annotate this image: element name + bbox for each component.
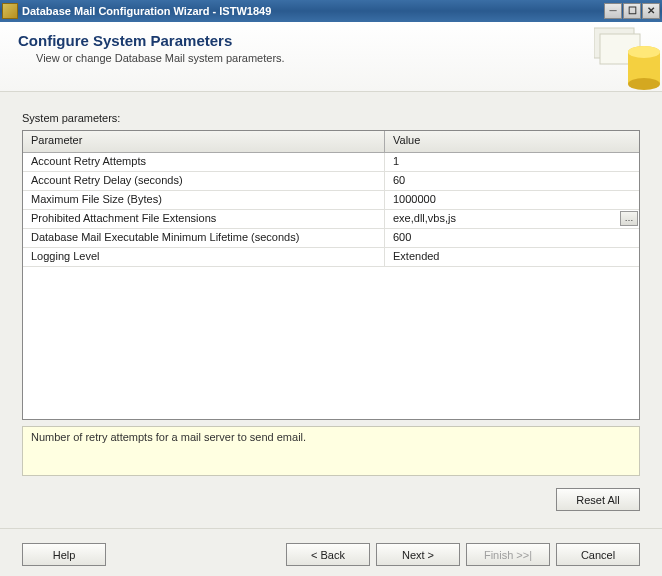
reset-all-button[interactable]: Reset All bbox=[556, 488, 640, 511]
system-parameters-label: System parameters: bbox=[22, 112, 640, 124]
param-value[interactable]: 600 bbox=[385, 229, 639, 247]
column-header-parameter[interactable]: Parameter bbox=[23, 131, 385, 152]
app-icon bbox=[2, 3, 18, 19]
window-title: Database Mail Configuration Wizard - IST… bbox=[22, 5, 603, 17]
param-value[interactable]: 1 bbox=[385, 153, 639, 171]
maximize-button[interactable]: ☐ bbox=[623, 3, 641, 19]
column-header-value[interactable]: Value bbox=[385, 131, 639, 152]
header-graphic-icon bbox=[594, 22, 662, 92]
param-name: Account Retry Attempts bbox=[23, 153, 385, 171]
help-button[interactable]: Help bbox=[22, 543, 106, 566]
finish-button: Finish >>| bbox=[466, 543, 550, 566]
description-panel: Number of retry attempts for a mail serv… bbox=[22, 426, 640, 476]
param-value-text: exe,dll,vbs,js bbox=[393, 212, 456, 224]
grid-row[interactable]: Account Retry Attempts 1 bbox=[23, 153, 639, 172]
param-name: Database Mail Executable Minimum Lifetim… bbox=[23, 229, 385, 247]
back-button[interactable]: < Back bbox=[286, 543, 370, 566]
param-name: Maximum File Size (Bytes) bbox=[23, 191, 385, 209]
svg-point-4 bbox=[628, 78, 660, 90]
close-button[interactable]: ✕ bbox=[642, 3, 660, 19]
titlebar[interactable]: Database Mail Configuration Wizard - IST… bbox=[0, 0, 662, 22]
param-name: Account Retry Delay (seconds) bbox=[23, 172, 385, 190]
param-value[interactable]: 1000000 bbox=[385, 191, 639, 209]
svg-point-5 bbox=[628, 46, 660, 58]
grid-header: Parameter Value bbox=[23, 131, 639, 153]
param-name: Logging Level bbox=[23, 248, 385, 266]
next-button[interactable]: Next > bbox=[376, 543, 460, 566]
grid-row[interactable]: Logging Level Extended bbox=[23, 248, 639, 267]
wizard-button-bar: Help < Back Next > Finish >>| Cancel bbox=[0, 528, 662, 576]
param-value[interactable]: exe,dll,vbs,js … bbox=[385, 210, 639, 228]
param-value[interactable]: 60 bbox=[385, 172, 639, 190]
ellipsis-button[interactable]: … bbox=[620, 211, 638, 226]
cancel-button[interactable]: Cancel bbox=[556, 543, 640, 566]
grid-row[interactable]: Prohibited Attachment File Extensions ex… bbox=[23, 210, 639, 229]
grid-row[interactable]: Database Mail Executable Minimum Lifetim… bbox=[23, 229, 639, 248]
wizard-header: Configure System Parameters View or chan… bbox=[0, 22, 662, 92]
grid-row[interactable]: Maximum File Size (Bytes) 1000000 bbox=[23, 191, 639, 210]
page-title: Configure System Parameters bbox=[18, 32, 644, 49]
minimize-button[interactable]: ─ bbox=[604, 3, 622, 19]
wizard-body: System parameters: Parameter Value Accou… bbox=[0, 92, 662, 576]
parameters-grid[interactable]: Parameter Value Account Retry Attempts 1… bbox=[22, 130, 640, 420]
page-subtitle: View or change Database Mail system para… bbox=[36, 52, 644, 64]
param-name: Prohibited Attachment File Extensions bbox=[23, 210, 385, 228]
param-value[interactable]: Extended bbox=[385, 248, 639, 266]
grid-row[interactable]: Account Retry Delay (seconds) 60 bbox=[23, 172, 639, 191]
